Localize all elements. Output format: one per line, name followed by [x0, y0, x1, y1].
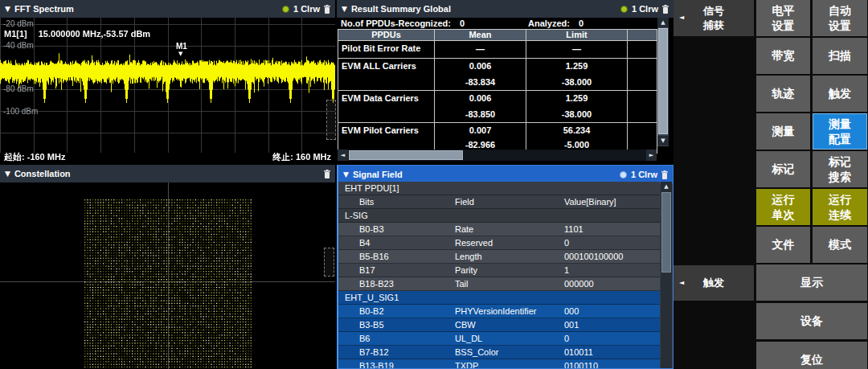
bits-cell: B0-B2 [359, 306, 455, 316]
y-axis-label: -80 dBm [3, 84, 34, 93]
btn-file[interactable]: 文件 [756, 227, 810, 263]
trash-icon[interactable] [324, 5, 330, 14]
trash-icon[interactable] [661, 170, 668, 179]
trace-mode-label: 1 Clrw [293, 4, 320, 14]
field-cell: TXDP [455, 361, 564, 369]
btn-run-continuous[interactable]: 运行 连续 [813, 189, 867, 225]
btn-bandwidth[interactable]: 带宽 [756, 38, 810, 74]
scrollbar-thumb[interactable] [658, 28, 668, 134]
softkey-signal-capture[interactable]: ◄ 信号 捕获 [674, 0, 754, 36]
field-cell: Rate [455, 224, 564, 234]
scroll-right-icon[interactable]: ► [646, 150, 657, 161]
section-label: EHT_U_SIG1 [345, 293, 399, 302]
trace-active-dot-icon [282, 6, 289, 13]
field-cell: Reserved [455, 238, 564, 248]
value-cell: 0 [564, 238, 660, 248]
value-cell: 0 [564, 334, 660, 343]
table-row[interactable]: B0-B2 PHYVersionIdentifier 000 [338, 305, 660, 318]
vertical-scrollbar[interactable]: ▲ ▼ [657, 18, 669, 146]
scroll-up-icon[interactable]: ▲ [661, 182, 672, 191]
marker-value: 15.000000 MHz,-53.57 dBm [39, 29, 150, 39]
recognized-value: 0 [460, 18, 465, 28]
btn-mode[interactable]: 模式 [813, 227, 867, 263]
row-name: EVM Data Carriers [338, 91, 435, 122]
table-row[interactable]: B0-B3 Rate 1101 [338, 223, 660, 236]
scroll-left-icon[interactable]: ◄ [338, 150, 348, 161]
section-label: L-SIG [345, 211, 368, 220]
btn-auto-settings[interactable]: 自动 设置 [813, 0, 867, 36]
table-row[interactable]: B13-B19 TXDP 0100110 [338, 359, 660, 369]
bits-cell: B7-B12 [359, 347, 455, 357]
value-cell: 1101 [564, 224, 660, 234]
table-row[interactable]: B6 UL_DL 0 [338, 332, 660, 346]
signal-field-table: EHT PPDU[1] Bits Field Value[Binary] L-S… [338, 182, 660, 369]
btn-run-single[interactable]: 运行 单次 [756, 189, 810, 225]
btn-display[interactable]: 显示 [756, 264, 867, 301]
ppdu-header-row[interactable]: EHT PPDU[1] [338, 182, 660, 195]
bits-cell: B17 [359, 265, 455, 275]
limit-power: -38.000 [526, 109, 627, 119]
table-row[interactable]: B5-B16 Length 000100100000 [338, 250, 660, 264]
value-cell: 000100100000 [564, 252, 660, 261]
result-summary-panel-header[interactable]: ▼ Result Summary Global 1 Clrw [337, 0, 674, 18]
column-header: Mean [435, 30, 526, 40]
signal-field-panel-header[interactable]: ▼ Signal Field 1 Clrw [338, 166, 673, 183]
marker-m1-icon[interactable]: ▼ [178, 51, 182, 57]
panel-title: Result Summary Global [351, 4, 451, 14]
limit-power: -38.000 [526, 77, 627, 87]
panel-title: Signal Field [353, 170, 403, 179]
scroll-up-icon[interactable]: ▲ [657, 18, 669, 27]
table-row[interactable]: B4 Reserved 0 [338, 236, 660, 250]
vertical-scrollbar[interactable]: ▲ [661, 182, 672, 368]
scrollbar-thumb[interactable] [661, 192, 671, 273]
y-axis-label: -20 dBm [3, 19, 34, 28]
constellation-panel-header[interactable]: ▼ Constellation [0, 165, 335, 182]
btn-sweep[interactable]: 扫描 [813, 38, 867, 74]
table-row[interactable]: B17 Parity 1 [338, 264, 660, 277]
table-row: EVM ALL Carriers 0.006 -83.834 1.259 -38… [338, 58, 657, 90]
table-row[interactable]: B18-B23 Tail 000000 [338, 277, 660, 291]
btn-device[interactable]: 设备 [756, 303, 867, 339]
btn-measure[interactable]: 测量 [756, 113, 810, 150]
softkey-trigger[interactable]: ◄ 触发 [674, 265, 754, 301]
horizontal-scrollbar[interactable]: ◄ ► [338, 150, 657, 161]
table-row: Pilot Bit Error Rate — — [338, 40, 657, 58]
panel-resize-handle[interactable] [324, 248, 334, 277]
analyzed-value: 0 [579, 18, 583, 28]
section-row-eht-u-sig1[interactable]: EHT_U_SIG1 [338, 291, 660, 305]
btn-trace[interactable]: 轨迹 [756, 76, 810, 112]
table-row[interactable]: B3-B5 CBW 001 [338, 318, 660, 332]
column-header: Limit [526, 30, 628, 40]
field-cell: Tail [455, 279, 564, 289]
btn-meas-config[interactable]: 测量 配置 [813, 113, 867, 150]
constellation-diagram-canvas [0, 182, 335, 369]
trash-icon[interactable] [662, 5, 669, 14]
section-row-lsig[interactable]: L-SIG [338, 209, 660, 223]
softkey-label: 信号 捕获 [703, 4, 724, 32]
panel-resize-handle[interactable] [326, 100, 336, 140]
trace-active-dot-icon [620, 6, 628, 13]
btn-preset[interactable]: 复位 [756, 342, 867, 369]
scroll-down-icon[interactable]: ▼ [657, 136, 669, 146]
limit-power: -5.000 [526, 140, 627, 150]
value-cell: 0100110 [564, 361, 660, 369]
btn-marker[interactable]: 标记 [756, 151, 810, 187]
btn-trigger[interactable]: 触发 [813, 76, 867, 112]
row-empty-cell [628, 91, 657, 122]
bits-cell: B4 [359, 238, 455, 248]
fft-panel-header[interactable]: ▼ FFT Spectrum 1 Clrw [0, 0, 335, 18]
softkey-back-icon: ◄ [679, 14, 684, 23]
btn-marker-search[interactable]: 标记 搜索 [813, 151, 867, 187]
scrollbar-thumb[interactable] [349, 150, 463, 160]
table-row: EVM Data Carriers 0.006 -83.850 1.259 -3… [338, 90, 657, 122]
bits-cell: B5-B16 [359, 252, 455, 261]
trash-icon[interactable] [324, 170, 330, 178]
row-name: EVM Pilot Carriers [338, 123, 435, 153]
mean-power: -83.834 [435, 77, 526, 87]
column-header: Bits [359, 197, 455, 207]
marker-m1-label[interactable]: M1 [176, 42, 187, 51]
field-cell: UL_DL [455, 334, 564, 343]
table-row[interactable]: B7-B12 BSS_Color 010011 [338, 346, 660, 359]
btn-level-settings[interactable]: 电平 设置 [756, 0, 810, 36]
column-header: Value[Binary] [564, 197, 660, 207]
